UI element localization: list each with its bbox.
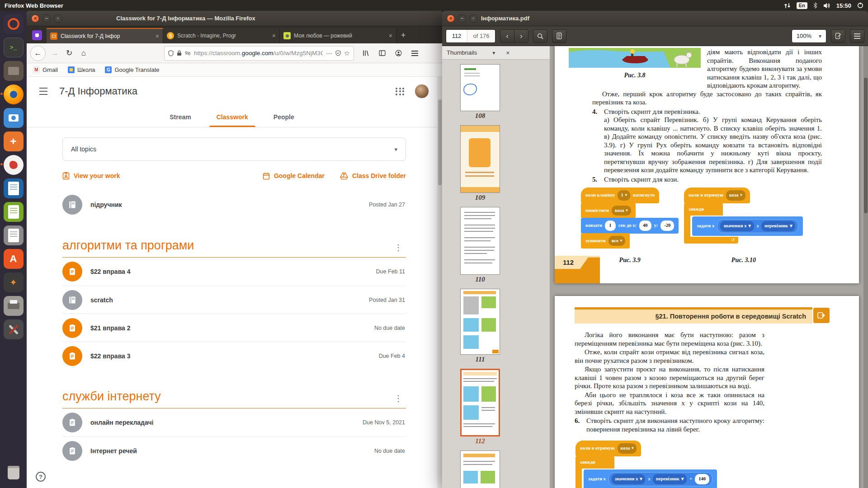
tab-classwork[interactable]: Classwork <box>204 107 261 127</box>
google-calendar-link[interactable]: Google Calendar <box>263 172 325 180</box>
main-menu-icon[interactable] <box>38 86 49 97</box>
minimize-button[interactable]: – <box>42 14 51 23</box>
calc-icon[interactable] <box>4 202 24 222</box>
url-bar[interactable]: https://classroom.google.com/u/0/w/Mzg5N… <box>164 46 354 61</box>
avatar[interactable] <box>415 84 429 99</box>
maximize-button[interactable]: ▫ <box>54 14 62 23</box>
close-button[interactable]: × <box>447 14 455 23</box>
writer-icon[interactable] <box>4 178 24 198</box>
view-your-work-link[interactable]: View your work <box>62 172 120 180</box>
page-thumbnail[interactable] <box>460 64 500 111</box>
bookmark-gmail[interactable]: M Gmail <box>33 66 58 73</box>
scrollbar-thumb[interactable] <box>438 99 442 185</box>
zoom-dropdown[interactable]: 100% ▾ <box>792 29 826 43</box>
more-options-icon[interactable]: ⋮ <box>391 394 406 404</box>
permissions-icon[interactable] <box>185 51 191 56</box>
bookmark-star-icon[interactable]: ☆ <box>344 49 350 57</box>
class-drive-folder-link[interactable]: Class Drive folder <box>340 172 406 179</box>
shield-icon[interactable] <box>168 50 174 56</box>
sidebar-close-icon[interactable]: × <box>506 49 509 56</box>
back-button[interactable]: ← <box>30 46 46 61</box>
tab-close-icon[interactable]: × <box>272 32 276 39</box>
volume-icon[interactable] <box>823 3 830 9</box>
camera-icon[interactable] <box>4 108 24 128</box>
tab-scratch[interactable]: S Scratch - Imagine, Progr × <box>163 28 280 43</box>
document-viewer-icon[interactable] <box>4 225 24 245</box>
bookmark-google-translate[interactable]: G Google Translate <box>105 66 159 73</box>
tab-close-icon[interactable]: × <box>156 33 159 40</box>
page-thumbnail[interactable] <box>460 207 500 275</box>
tab-music[interactable]: Моя любов — рожевий × <box>280 28 396 43</box>
page-thumbnail[interactable] <box>460 450 500 488</box>
page-number-entry[interactable]: 112 of 176 <box>446 29 495 43</box>
software-updater-icon[interactable]: + <box>4 131 24 151</box>
page-number-input[interactable]: 112 <box>446 30 467 42</box>
classwork-item[interactable]: підручник Posted Jan 27 <box>62 191 406 219</box>
software-center-icon[interactable]: A <box>4 249 24 269</box>
files-icon[interactable] <box>4 61 24 81</box>
tab-stream[interactable]: Stream <box>157 107 203 127</box>
maximize-button[interactable]: ▫ <box>469 14 477 23</box>
classwork-item[interactable]: $21 вправа 2 No due date <box>62 314 406 342</box>
more-options-icon[interactable]: ⋮ <box>391 243 406 253</box>
terminal-icon[interactable]: >_ <box>4 38 24 57</box>
ubuntu-launcher-icon[interactable] <box>4 14 24 34</box>
sidebar-toggle-button[interactable] <box>552 29 566 43</box>
page-thumbnail-selected[interactable] <box>460 369 500 436</box>
classwork-item[interactable]: Інтернет речей No due date <box>62 436 406 465</box>
minimize-button[interactable]: – <box>458 14 466 23</box>
search-button[interactable] <box>533 29 547 43</box>
help-button[interactable]: ? <box>36 472 46 482</box>
close-button[interactable]: × <box>31 14 39 23</box>
topics-filter-dropdown[interactable]: All topics ▾ <box>62 137 406 161</box>
classwork-item[interactable]: $22 вправа 3 Due Feb 4 <box>62 342 406 370</box>
reload-button[interactable]: ↻ <box>62 46 76 61</box>
pdf-page-area[interactable]: Рис. 3.8 діям мають відповідати дії і ін… <box>550 46 868 488</box>
classwork-item[interactable]: scratch Posted Jan 31 <box>62 286 406 314</box>
classwork-item[interactable]: $22 вправа 4 Due Feb 11 <box>62 258 406 286</box>
page-actions-icon[interactable]: ⋯ <box>326 50 332 57</box>
bluetooth-icon[interactable] <box>813 2 817 9</box>
sidebars-icon[interactable] <box>375 46 389 61</box>
pocket-shield-icon[interactable] <box>335 50 341 56</box>
tab-classwork[interactable]: Classwork for 7-Д Інфор × <box>47 28 163 43</box>
firefox-icon[interactable] <box>4 84 24 104</box>
system-tools-icon[interactable] <box>4 319 24 339</box>
topic-title[interactable]: служби інтернету <box>62 389 391 404</box>
scrollbar-thumb[interactable] <box>864 78 868 213</box>
new-tab-button[interactable]: + <box>396 28 410 42</box>
clock[interactable]: 15:50 <box>836 2 851 9</box>
account-icon[interactable] <box>391 46 406 61</box>
scrollbar[interactable] <box>863 46 868 488</box>
power-menu-icon[interactable] <box>857 2 863 9</box>
pdf-titlebar[interactable]: × – ▫ Інформатика.pdf <box>442 11 868 26</box>
media-app-icon[interactable] <box>4 155 24 175</box>
pinned-tab-icon[interactable] <box>32 30 42 40</box>
menu-icon[interactable] <box>850 29 864 43</box>
home-button[interactable]: ⌂ <box>76 46 91 61</box>
firefox-titlebar[interactable]: × – ▫ Classwork for 7-Д Інформатика — Mo… <box>27 11 443 26</box>
network-icon[interactable] <box>784 3 791 9</box>
lock-icon[interactable] <box>177 50 182 56</box>
archive-manager-icon[interactable]: ✦ <box>4 272 24 292</box>
topic-title[interactable]: алгоритми та програми <box>62 239 391 253</box>
printer-icon[interactable] <box>4 296 24 316</box>
trash-icon[interactable] <box>4 463 24 483</box>
tab-close-icon[interactable]: × <box>389 32 392 39</box>
library-icon[interactable] <box>359 46 373 61</box>
sidebar-mode-label[interactable]: Thumbnails <box>447 49 477 56</box>
menu-icon[interactable] <box>407 46 422 61</box>
previous-page-button[interactable]: ‹ <box>500 29 514 43</box>
page-thumbnail[interactable] <box>460 289 500 355</box>
bookmark-school[interactable]: Школа <box>68 66 95 73</box>
page-thumbnail[interactable] <box>460 125 500 193</box>
next-page-button[interactable]: › <box>514 29 528 43</box>
google-apps-icon[interactable] <box>396 88 405 95</box>
classwork-item[interactable]: онлайн перекладачі Due Nov 5, 2021 <box>62 408 406 436</box>
chevron-down-icon[interactable]: ▾ <box>492 50 495 56</box>
keyboard-layout-indicator[interactable]: En <box>797 2 807 9</box>
forward-button[interactable]: → <box>47 46 62 61</box>
url-text[interactable]: https://classroom.google.com/u/0/w/Mzg5N… <box>194 50 323 56</box>
tab-people[interactable]: People <box>261 107 307 127</box>
annotate-button[interactable] <box>831 29 845 43</box>
